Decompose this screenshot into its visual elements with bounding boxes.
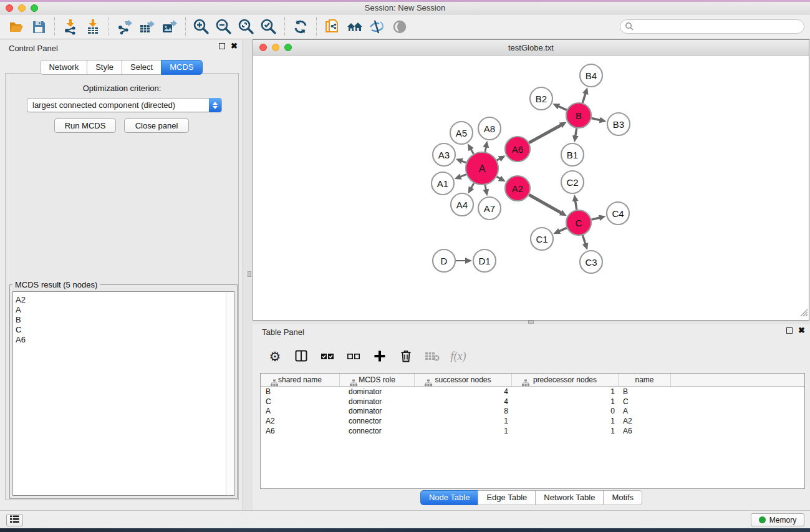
graph-edge-C-C2[interactable] (576, 201, 577, 210)
zoom-out-button[interactable] (213, 16, 235, 37)
mcds-result-item[interactable]: A6 (16, 335, 234, 345)
close-panel-button[interactable]: Close panel (124, 118, 189, 133)
zoom-selected-button[interactable] (258, 16, 280, 37)
home-button[interactable] (344, 16, 366, 37)
search-input[interactable] (620, 19, 804, 34)
delete-column-icon[interactable] (397, 347, 415, 365)
graph-edge-A-A4[interactable] (471, 183, 473, 188)
criterion-select[interactable]: largest connected component (directed) (27, 98, 222, 112)
import-network-button[interactable] (59, 16, 82, 37)
graph-edge-A-A5[interactable] (471, 149, 473, 154)
run-mcds-button[interactable]: Run MCDS (54, 118, 116, 133)
graph-edge-C-C1[interactable] (559, 228, 566, 231)
graph-edge-A-A8[interactable] (485, 147, 486, 152)
export-table-button[interactable] (136, 16, 158, 37)
table-cell[interactable]: A2 (619, 417, 671, 425)
table-cell[interactable]: 1 (415, 427, 512, 435)
float-table-panel-icon[interactable] (786, 327, 793, 334)
select-all-icon[interactable] (319, 347, 336, 365)
table-cell[interactable]: connector (340, 417, 415, 425)
table-cell[interactable]: C (619, 397, 671, 406)
tab-mcds[interactable]: MCDS (161, 60, 202, 75)
table-cell[interactable]: 0 (512, 407, 619, 415)
table-cell[interactable]: B (261, 387, 340, 396)
graph-edge-B-B4[interactable] (582, 94, 586, 103)
column-header-successor-nodes[interactable]: successor nodes (415, 374, 512, 386)
column-view-icon[interactable] (292, 347, 310, 365)
graph-edge-B-B2[interactable] (558, 106, 566, 110)
network-window-titlebar[interactable]: testGlobe.txt (253, 40, 809, 56)
table-cell[interactable]: dominator (340, 387, 415, 396)
splitpane-handle-vertical[interactable] (248, 271, 251, 277)
table-cell[interactable]: 1 (415, 417, 512, 425)
deselect-all-icon[interactable] (345, 347, 362, 365)
delete-table-icon[interactable] (423, 347, 441, 365)
add-column-icon[interactable] (371, 347, 388, 365)
graph-edge-A-A3[interactable] (461, 161, 466, 163)
table-cell[interactable]: A2 (261, 417, 340, 425)
column-header-shared-name[interactable]: shared name (261, 374, 340, 386)
tab-network[interactable]: Network (40, 60, 87, 75)
table-row[interactable]: Cdominator41C (261, 397, 804, 407)
export-network-button[interactable] (113, 16, 136, 37)
duplicate-network-button[interactable] (321, 16, 344, 37)
table-cell[interactable]: A (261, 407, 340, 415)
table-cell[interactable]: 1 (512, 397, 619, 406)
table-cell[interactable]: 1 (512, 417, 619, 425)
show-details-button[interactable] (388, 16, 411, 37)
splitpane-handle-horizontal[interactable] (528, 321, 534, 324)
export-image-button[interactable] (158, 16, 181, 37)
resize-grip-icon[interactable] (800, 308, 808, 319)
table-cell[interactable]: connector (340, 427, 415, 435)
mcds-result-item[interactable]: A2 (16, 295, 234, 305)
hide-details-button[interactable] (366, 16, 388, 37)
table-cell[interactable]: A6 (261, 427, 340, 435)
save-session-button[interactable] (27, 16, 50, 37)
table-cell[interactable]: 1 (512, 427, 619, 435)
table-tab-network-table[interactable]: Network Table (535, 490, 604, 505)
open-session-button[interactable] (5, 16, 27, 37)
graph-edge-A2-C[interactable] (529, 195, 561, 213)
table-cell[interactable]: 4 (415, 397, 512, 406)
graph-edge-C-C4[interactable] (591, 218, 599, 220)
close-panel-icon[interactable]: ✖ (231, 43, 238, 49)
refresh-layout-button[interactable] (289, 16, 312, 37)
table-tab-motifs[interactable]: Motifs (603, 490, 642, 505)
graph-edge-A-A2[interactable] (497, 177, 501, 178)
zoom-fit-button[interactable] (235, 16, 258, 37)
table-tab-edge-table[interactable]: Edge Table (478, 490, 536, 505)
graph-edge-B-B3[interactable] (592, 118, 600, 120)
memory-button[interactable]: Memory (751, 513, 804, 526)
table-row[interactable]: A6connector11A6 (261, 426, 804, 436)
table-cell[interactable]: A6 (619, 427, 671, 435)
tab-style[interactable]: Style (87, 60, 122, 75)
table-row[interactable]: Adominator80A (261, 407, 804, 417)
graph-edge-A-A7[interactable] (485, 185, 486, 190)
column-header-mcds-role[interactable]: MCDS role (340, 374, 415, 386)
mcds-result-item[interactable]: C (16, 325, 234, 335)
table-tab-node-table[interactable]: Node Table (420, 490, 479, 505)
tab-select[interactable]: Select (122, 60, 162, 75)
table-cell[interactable]: A (619, 407, 671, 415)
mcds-result-item[interactable]: B (16, 315, 234, 325)
table-cell[interactable]: dominator (340, 407, 415, 415)
table-cell[interactable]: 1 (512, 387, 619, 396)
table-cell[interactable]: C (261, 397, 340, 406)
float-panel-icon[interactable] (219, 43, 225, 49)
gear-icon[interactable]: ⚙ (266, 347, 284, 365)
function-builder-icon[interactable]: f(x) (450, 347, 467, 365)
table-row[interactable]: A2connector11A2 (261, 416, 804, 426)
table-cell[interactable]: dominator (340, 397, 415, 406)
graph-edge-A-A1[interactable] (460, 175, 466, 177)
table-cell[interactable]: B (619, 387, 671, 396)
table-cell[interactable]: 4 (415, 387, 512, 396)
import-table-button[interactable] (82, 16, 104, 37)
network-canvas[interactable]: B4B2BB3A8A5A6A3B1AA1C2A2A4A7C4CC1C3DD1 (253, 56, 809, 320)
mcds-result-item[interactable]: A (16, 305, 234, 315)
column-header-name[interactable]: name (619, 374, 671, 386)
graph-edge-A6-B[interactable] (529, 125, 561, 142)
graph-edge-B-B1[interactable] (576, 128, 577, 137)
close-table-panel-icon[interactable]: ✖ (798, 327, 805, 334)
zoom-in-button[interactable] (190, 16, 213, 37)
show-panels-button[interactable] (6, 514, 23, 526)
